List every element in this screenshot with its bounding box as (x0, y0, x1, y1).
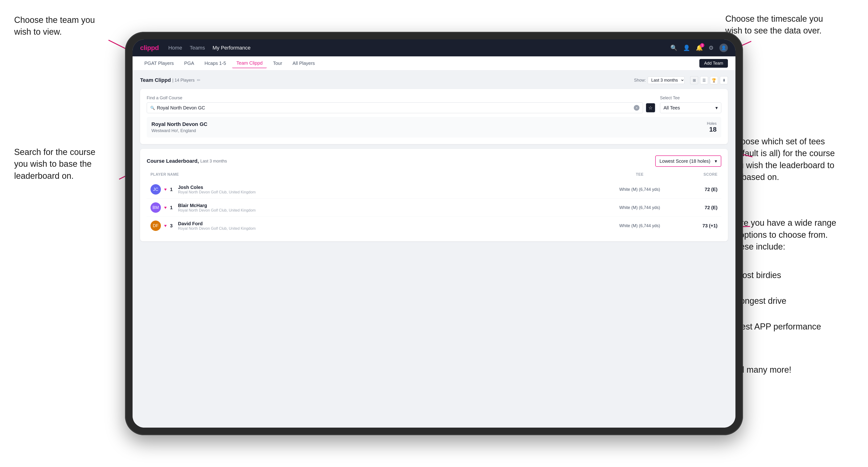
people-icon[interactable]: 👤 (683, 44, 690, 51)
course-result: Royal North Devon GC Westward Ho!, Engla… (147, 117, 721, 137)
view-icons: ⊞ ☰ 🏆 ⬇ (690, 76, 728, 84)
tee-label: Select Tee (660, 96, 721, 100)
tee-select[interactable]: All Tees ▾ (660, 102, 721, 113)
bullet-birdies: Most birdies (730, 269, 846, 282)
team-count: | 14 Players (172, 78, 195, 83)
player-avatar-3: DF (151, 220, 161, 231)
logo: clippd (140, 44, 159, 52)
course-location: Westward Ho!, England (151, 128, 207, 133)
trophy-view-btn[interactable]: 🏆 (710, 76, 718, 84)
player-club-1: Royal North Devon Golf Club, United King… (178, 190, 256, 194)
tee-section: Select Tee All Tees ▾ (660, 96, 721, 113)
annotation-top-right: Choose the timescale you wish to see the… (725, 13, 832, 37)
col-tee-header: TEE (604, 173, 675, 177)
subnav-tour[interactable]: Tour (269, 59, 286, 68)
bullet-drive: Longest drive (730, 294, 846, 308)
nav-home[interactable]: Home (168, 45, 182, 51)
search-icon-inner: 🔍 (150, 106, 155, 110)
player-info-2: BM ♥ 1 Blair McHarg Royal North Devon Go… (151, 203, 604, 213)
team-title: Team Clippd (140, 77, 171, 83)
tablet-frame: clippd Home Teams My Performance 🔍 👤 🔔 1… (125, 32, 743, 435)
player-club-3: Royal North Devon Golf Club, United King… (178, 226, 256, 231)
nav-teams[interactable]: Teams (190, 45, 205, 51)
player-details-1: Josh Coles Royal North Devon Golf Club, … (178, 185, 256, 194)
sub-navbar: PGAT Players PGA Hcaps 1-5 Team Clippd T… (132, 56, 736, 70)
add-team-button[interactable]: Add Team (700, 59, 728, 68)
bullet-app: Best APP performance (730, 320, 846, 334)
edit-icon[interactable]: ✏ (197, 77, 200, 83)
course-info: Royal North Devon GC Westward Ho!, Engla… (151, 121, 207, 133)
list-view-btn[interactable]: ☰ (700, 76, 708, 84)
annotation-left: Search for the course you wish to base t… (14, 146, 104, 182)
heart-icon-2[interactable]: ♥ (164, 205, 167, 210)
search-row: 🔍 × ☆ (147, 102, 655, 113)
clear-search-btn[interactable]: × (634, 105, 640, 111)
tee-chevron: ▾ (715, 105, 718, 111)
leaderboard-subtitle: Last 3 months (200, 159, 227, 164)
show-select[interactable]: Last 3 months (648, 76, 684, 84)
bell-icon[interactable]: 🔔 1 (696, 44, 703, 51)
subnav-pga[interactable]: PGA (180, 59, 198, 68)
settings-icon[interactable]: ⚙ (709, 44, 714, 51)
player-name-1: Josh Coles (178, 185, 256, 190)
player-avatar-2: BM (151, 203, 161, 213)
player-score-2: 72 (E) (675, 205, 717, 210)
leaderboard-card: Course Leaderboard, Last 3 months Lowest… (140, 149, 728, 241)
leaderboard-title: Course Leaderboard, (147, 158, 199, 164)
and-more: and many more! (730, 364, 846, 376)
table-row: DF ♥ 3 David Ford Royal North Devon Golf… (147, 217, 721, 235)
search-input-wrapper: 🔍 × (147, 102, 643, 113)
annotation-top-left: Choose the team you wish to view. (14, 14, 104, 38)
table-row: JC ♥ 1 Josh Coles Royal North Devon Golf… (147, 181, 721, 198)
subnav-all-players[interactable]: All Players (288, 59, 319, 68)
table-header: PLAYER NAME TEE SCORE (147, 170, 721, 179)
find-course-label: Find a Golf Course (147, 96, 655, 100)
holes-box: Holes 18 (707, 121, 717, 133)
download-btn[interactable]: ⬇ (720, 76, 728, 84)
player-avatar-1: JC (151, 184, 161, 195)
heart-icon-1[interactable]: ♥ (164, 187, 167, 192)
rank-3: 3 (170, 223, 175, 228)
holes-label: Holes (707, 121, 717, 126)
rank-2: 1 (170, 205, 175, 210)
player-name-2: Blair McHarg (178, 203, 256, 208)
player-score-1: 72 (E) (675, 187, 717, 192)
grid-view-btn[interactable]: ⊞ (690, 76, 698, 84)
nav-my-performance[interactable]: My Performance (213, 45, 250, 51)
nav-links: Home Teams My Performance (168, 45, 661, 51)
player-details-2: Blair McHarg Royal North Devon Golf Club… (178, 203, 256, 213)
player-tee-1: White (M) (6,744 yds) (604, 187, 675, 192)
show-label: Show: Last 3 months ⊞ ☰ 🏆 ⬇ (634, 76, 728, 84)
course-name: Royal North Devon GC (151, 121, 207, 127)
main-content: Team Clippd | 14 Players ✏ Show: Last 3 … (132, 70, 736, 428)
player-name-3: David Ford (178, 221, 256, 226)
player-info-3: DF ♥ 3 David Ford Royal North Devon Golf… (151, 220, 604, 231)
course-search-card: Find a Golf Course 🔍 × ☆ Select Tee (140, 89, 728, 144)
rank-1: 1 (170, 187, 175, 192)
favourite-btn[interactable]: ☆ (646, 103, 655, 113)
subnav-pgat[interactable]: PGAT Players (140, 59, 178, 68)
player-tee-2: White (M) (6,744 yds) (604, 205, 675, 210)
search-icon[interactable]: 🔍 (670, 44, 677, 51)
player-club-2: Royal North Devon Golf Club, United King… (178, 208, 256, 213)
player-info-1: JC ♥ 1 Josh Coles Royal North Devon Golf… (151, 184, 604, 195)
heart-icon-3[interactable]: ♥ (164, 223, 167, 228)
show-text: Show: (634, 78, 646, 83)
table-row: BM ♥ 1 Blair McHarg Royal North Devon Go… (147, 198, 721, 217)
subnav-hcaps[interactable]: Hcaps 1-5 (200, 59, 230, 68)
subnav-team-clippd[interactable]: Team Clippd (232, 59, 267, 68)
nav-icons: 🔍 👤 🔔 1 ⚙ 👤 (670, 44, 728, 52)
annotation-middle-right: Choose which set of tees (default is all… (730, 135, 846, 183)
player-score-3: 73 (+1) (675, 223, 717, 228)
annotation-bottom-right: Here you have a wide range of options to… (730, 205, 846, 387)
bell-badge: 1 (700, 43, 704, 48)
tablet-screen: clippd Home Teams My Performance 🔍 👤 🔔 1… (132, 39, 736, 428)
tee-value: All Tees (663, 105, 680, 111)
col-score-header: SCORE (675, 173, 717, 177)
score-selector-label: Lowest Score (18 holes) (659, 158, 710, 164)
holes-number: 18 (707, 126, 717, 133)
user-avatar[interactable]: 👤 (719, 44, 728, 52)
top-navbar: clippd Home Teams My Performance 🔍 👤 🔔 1… (132, 39, 736, 56)
course-search-input[interactable] (157, 105, 632, 111)
score-selector[interactable]: Lowest Score (18 holes) ▾ (655, 155, 721, 167)
